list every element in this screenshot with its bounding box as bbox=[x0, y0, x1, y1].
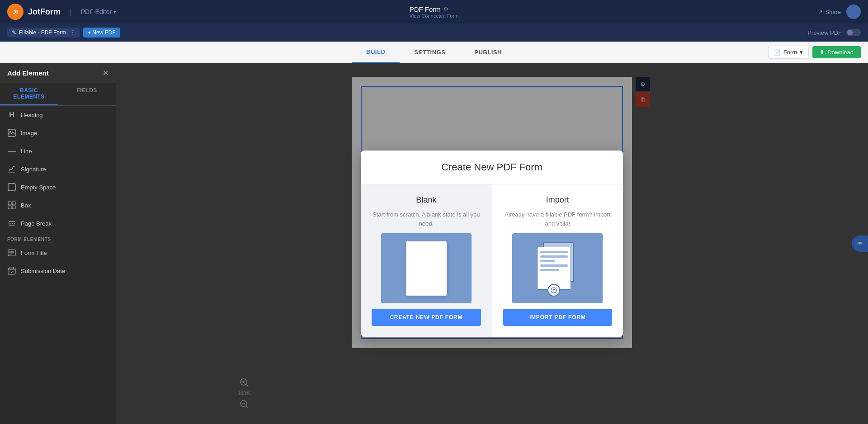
sidebar-tab-fields[interactable]: FIELDS bbox=[58, 83, 116, 105]
sidebar-item-box[interactable]: Box bbox=[0, 196, 116, 214]
import-option-desc: Already have a fillable PDF form? Import… bbox=[503, 210, 613, 228]
tab-menu-dots[interactable]: ⋮ bbox=[70, 29, 75, 36]
right-nav: ↗ Share bbox=[818, 5, 861, 19]
create-pdf-modal: Create New PDF Form Blank Start from scr… bbox=[361, 151, 623, 337]
logo-text: JotForm bbox=[28, 7, 61, 17]
modal-header: Create New PDF Form bbox=[361, 151, 623, 184]
close-icon: ✕ bbox=[103, 69, 108, 77]
sidebar-tabs: BASIC ELEMENTS FIELDS bbox=[0, 83, 116, 106]
preview-toggle[interactable] bbox=[846, 29, 861, 36]
sidebar-item-heading[interactable]: H Heading bbox=[0, 106, 116, 124]
sidebar: Add Element ✕ BASIC ELEMENTS FIELDS H He… bbox=[0, 63, 116, 424]
svg-rect-15 bbox=[8, 268, 15, 274]
modal-title: Create New PDF Form bbox=[372, 161, 612, 173]
import-doc-main bbox=[537, 247, 571, 290]
pdf-editor-label: PDF Editor ▾ bbox=[81, 8, 116, 15]
blank-illustration bbox=[381, 233, 472, 303]
user-avatar[interactable] bbox=[846, 5, 861, 19]
blank-option-desc: Start from scratch. A blank state is all… bbox=[372, 210, 481, 228]
doc-line-2 bbox=[540, 255, 568, 258]
form-settings-icon[interactable]: ⚙ bbox=[443, 6, 448, 12]
svg-rect-5 bbox=[12, 202, 15, 205]
import-option-title: Import bbox=[546, 195, 569, 205]
line-icon: — bbox=[7, 146, 16, 155]
import-doc-lines bbox=[538, 247, 571, 277]
modal-overlay[interactable]: Create New PDF Form Blank Start from scr… bbox=[116, 63, 868, 424]
signature-icon bbox=[7, 165, 16, 174]
view-connected-form-link[interactable]: View Connected Form bbox=[410, 13, 459, 19]
empty-space-icon bbox=[7, 183, 16, 192]
third-bar-right: 📄 Form ▾ ⬇ Download bbox=[768, 46, 861, 59]
svg-rect-7 bbox=[12, 206, 15, 209]
doc-line-4 bbox=[540, 264, 568, 267]
image-icon bbox=[7, 128, 16, 137]
svg-point-1 bbox=[10, 131, 11, 132]
share-button[interactable]: ↗ Share bbox=[818, 9, 841, 15]
tab-settings[interactable]: SETTINGS bbox=[400, 42, 460, 63]
share-icon: ↗ bbox=[818, 9, 823, 15]
doc-line-5 bbox=[540, 269, 560, 271]
editor-chevron-icon[interactable]: ▾ bbox=[113, 9, 116, 15]
svg-rect-4 bbox=[8, 202, 11, 205]
sidebar-title: Add Element bbox=[7, 69, 49, 77]
blank-option: Blank Start from scratch. A blank state … bbox=[361, 184, 492, 337]
svg-rect-6 bbox=[8, 206, 11, 209]
blank-document bbox=[406, 241, 447, 296]
create-new-pdf-form-button[interactable]: CREATE NEW PDF FORM bbox=[372, 309, 481, 326]
download-icon: ⬇ bbox=[820, 49, 825, 56]
top-nav: Jf JotForm | PDF Editor ▾ PDF Form ⚙ Vie… bbox=[0, 0, 868, 24]
import-option: Import Already have a fillable PDF form?… bbox=[492, 184, 623, 337]
page-break-icon bbox=[7, 219, 16, 228]
doc-line-3 bbox=[540, 260, 556, 262]
sidebar-item-submission-date[interactable]: Submission Date bbox=[0, 262, 116, 280]
form-elements-label: FORM ELEMENTS bbox=[0, 232, 116, 244]
sidebar-item-line[interactable]: — Line bbox=[0, 142, 116, 160]
nav-divider: | bbox=[70, 7, 72, 17]
second-bar: ✎ Fillable - PDF Form ⋮ + New PDF Previe… bbox=[0, 24, 868, 42]
sidebar-tab-basic-elements[interactable]: BASIC ELEMENTS bbox=[0, 83, 58, 105]
pdf-tab-active[interactable]: ✎ Fillable - PDF Form ⋮ bbox=[7, 28, 80, 38]
modal-body: Blank Start from scratch. A blank state … bbox=[361, 184, 623, 337]
tab-publish[interactable]: PUBLISH bbox=[460, 42, 516, 63]
form-title-nav: PDF Form ⚙ bbox=[410, 5, 459, 13]
blank-option-title: Blank bbox=[416, 195, 436, 205]
form-title-icon bbox=[7, 248, 16, 257]
heading-icon: H bbox=[7, 110, 16, 119]
sidebar-item-image[interactable]: Image bbox=[0, 124, 116, 142]
logo-area: Jf JotForm | PDF Editor ▾ bbox=[7, 4, 116, 20]
upload-circle bbox=[547, 284, 560, 297]
jotform-logo[interactable]: Jf bbox=[7, 4, 24, 20]
right-second-bar: Preview PDF bbox=[807, 29, 861, 36]
new-pdf-button[interactable]: + New PDF bbox=[83, 28, 120, 38]
box-icon bbox=[7, 201, 16, 210]
form-dropdown-button[interactable]: 📄 Form ▾ bbox=[768, 46, 809, 59]
center-nav: PDF Form ⚙ View Connected Form bbox=[410, 5, 459, 19]
form-dropdown-chevron-icon: ▾ bbox=[800, 49, 803, 56]
svg-rect-3 bbox=[8, 184, 15, 191]
sidebar-item-form-title[interactable]: Form Title bbox=[0, 244, 116, 262]
download-button[interactable]: ⬇ Download bbox=[812, 46, 861, 58]
third-bar: BUILD SETTINGS PUBLISH 📄 Form ▾ ⬇ Downlo… bbox=[0, 42, 868, 63]
submission-date-icon bbox=[7, 266, 16, 275]
import-pdf-form-button[interactable]: IMPORT PDF FORM bbox=[503, 309, 613, 326]
sidebar-item-signature[interactable]: Signature bbox=[0, 160, 116, 178]
preview-pdf-label: Preview PDF bbox=[807, 29, 842, 36]
sidebar-item-page-break[interactable]: Page Break bbox=[0, 214, 116, 232]
tab-build[interactable]: BUILD bbox=[352, 42, 400, 63]
sidebar-header: Add Element ✕ bbox=[0, 63, 116, 83]
import-illustration bbox=[512, 233, 603, 303]
main-area: Add Element ✕ BASIC ELEMENTS FIELDS H He… bbox=[0, 63, 868, 424]
edit-pencil-icon: ✎ bbox=[12, 29, 16, 36]
sidebar-item-empty-space[interactable]: Empty Space bbox=[0, 178, 116, 196]
doc-line-1 bbox=[540, 251, 568, 253]
content-area: ⚙ 🗑 100% bbox=[116, 63, 868, 424]
sidebar-close-button[interactable]: ✕ bbox=[103, 69, 108, 77]
